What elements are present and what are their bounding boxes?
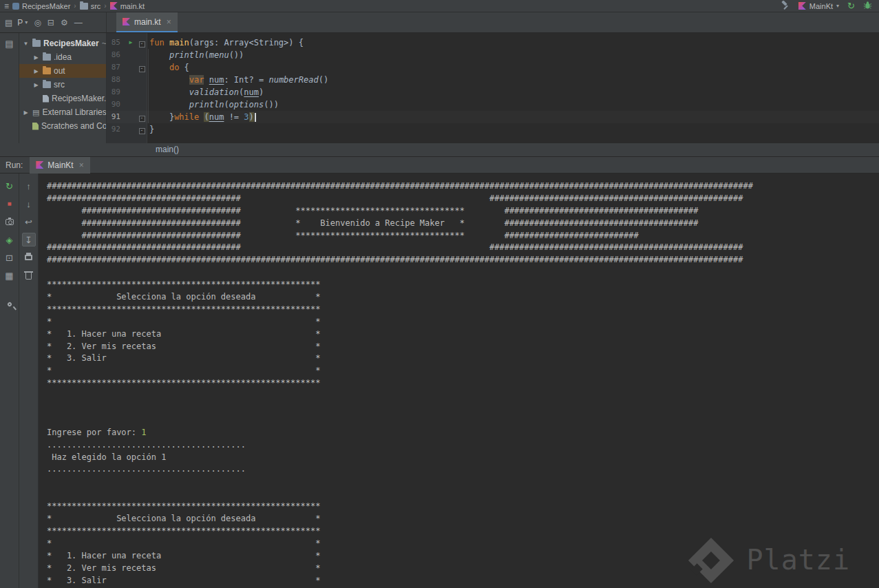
line-number: 92 — [107, 123, 125, 136]
profiler-button[interactable]: ◈ — [3, 233, 17, 246]
menu-icon[interactable]: ≡ — [4, 2, 9, 10]
breadcrumb-file[interactable]: main.kt — [110, 2, 145, 10]
project-panel-icon[interactable]: ▤ — [5, 19, 12, 27]
tree-item-src[interactable]: ▶src — [19, 78, 106, 92]
console-line: ........................................ — [47, 439, 879, 452]
restore-layout-button[interactable]: ⊡ — [3, 251, 17, 264]
close-tab-icon[interactable]: × — [79, 160, 84, 170]
hide-panel-icon[interactable]: — — [74, 19, 83, 27]
console-line: ################################ *******… — [47, 205, 879, 218]
tree-item-recipesmaker-im[interactable]: RecipesMaker.im — [19, 92, 106, 105]
project-tree[interactable]: ▼RecipesMaker ~/Ide▶.idea▶out▶srcRecipes… — [19, 33, 107, 143]
settings-gear-icon[interactable]: ⚙ — [61, 19, 68, 27]
console-line: ################################ * Bienv… — [47, 218, 879, 230]
gutter-spacer — [125, 49, 137, 61]
code-text: do { — [147, 61, 189, 74]
collapse-all-icon[interactable]: ⊟ — [47, 19, 54, 27]
tree-item-label: External Libraries — [42, 107, 106, 117]
console-line — [47, 402, 879, 414]
code-line[interactable]: 89 validation(num) — [107, 86, 879, 98]
run-tab-mainkt[interactable]: MainKt × — [30, 157, 89, 174]
expand-arrow-icon[interactable]: ▶ — [32, 82, 40, 88]
code-text: println(options()) — [147, 98, 279, 111]
editor-tab-bar: main.kt × — [107, 12, 879, 32]
tree-item-out[interactable]: ▶out — [19, 64, 106, 78]
gutter-spacer — [125, 98, 137, 111]
console-line: ****************************************… — [47, 304, 879, 316]
gutter-spacer — [125, 74, 137, 86]
fold-marker[interactable]: - — [137, 61, 147, 74]
pin-tab-button[interactable] — [3, 297, 17, 311]
console-output[interactable]: Platzi #################################… — [39, 174, 879, 588]
tree-item-label: RecipesMaker — [43, 39, 99, 48]
fold-marker[interactable]: - — [137, 36, 147, 49]
layout-grid-button[interactable]: ▦ — [3, 269, 17, 282]
run-panel-header: Run: MainKt × — [0, 157, 879, 174]
console-line — [47, 476, 879, 488]
run-gutter-icon[interactable]: ▶ — [125, 36, 137, 49]
line-number: 86 — [107, 49, 125, 61]
tree-item-label: .idea — [54, 52, 72, 62]
run-config-selector[interactable]: MainKt ▾ — [798, 2, 839, 10]
console-line: ****************************************… — [47, 279, 879, 291]
build-hammer-icon[interactable] — [781, 1, 790, 12]
tree-item-label: out — [54, 66, 65, 76]
expand-arrow-icon[interactable]: ▼ — [22, 41, 30, 47]
breadcrumb-project[interactable]: RecipesMaker — [12, 2, 70, 10]
kotlin-file-icon — [123, 18, 130, 25]
tree-item--idea[interactable]: ▶.idea — [19, 50, 106, 64]
chevron-right-icon: › — [74, 2, 76, 10]
code-line[interactable]: 91- }while (num != 3) — [107, 111, 879, 123]
line-number: 87 — [107, 61, 125, 74]
close-tab-icon[interactable]: × — [167, 17, 171, 27]
console-line: * Selecciona la opción deseada * — [47, 513, 879, 525]
code-line[interactable]: 92-} — [107, 123, 879, 136]
code-line[interactable]: 90 println(options()) — [107, 98, 879, 111]
project-tool-window-button[interactable]: ▤ — [3, 36, 17, 50]
code-lines: 8485▶-fun main(args: Array<String>) {86 … — [107, 33, 879, 136]
code-line[interactable]: 85▶-fun main(args: Array<String>) { — [107, 36, 879, 49]
code-line[interactable]: 87- do { — [107, 61, 879, 74]
breadcrumb-main-function[interactable]: main() — [156, 145, 179, 154]
down-stack-trace-button[interactable]: ↓ — [22, 197, 36, 211]
scroll-to-end-button[interactable]: ↧ — [22, 233, 36, 246]
clear-console-button[interactable] — [22, 269, 36, 282]
code-editor[interactable]: 8485▶-fun main(args: Array<String>) {86 … — [107, 33, 879, 143]
chevron-down-icon: ▾ — [25, 19, 28, 25]
code-text: validation(num) — [147, 86, 264, 98]
rerun-button[interactable]: ↻ — [3, 179, 17, 193]
expand-arrow-icon[interactable]: ▶ — [22, 109, 30, 116]
tree-item-external-libraries[interactable]: ▶▤External Libraries — [19, 105, 106, 119]
run-panel-body: ↻ ■ ◈ ⊡ ▦ ↑ ↓ ↩ ↧ Platzi ########### — [0, 174, 879, 588]
fold-marker[interactable]: - — [137, 123, 147, 136]
code-line[interactable]: 86 println(menu()) — [107, 49, 879, 61]
fold-marker[interactable]: - — [137, 111, 147, 123]
console-gutter-strip: ↑ ↓ ↩ ↧ — [19, 174, 39, 588]
tree-item-recipesmaker[interactable]: ▼RecipesMaker ~/Ide — [19, 36, 106, 50]
console-line — [47, 390, 879, 402]
breadcrumb-src[interactable]: src — [80, 2, 101, 10]
print-button[interactable] — [22, 251, 36, 264]
run-control-strip: ↻ ■ ◈ ⊡ ▦ — [0, 174, 19, 588]
code-text: println(menu()) — [147, 49, 244, 61]
folder-icon — [80, 3, 88, 10]
run-button[interactable]: ↻ — [847, 1, 855, 10]
console-line: ****************************************… — [47, 501, 879, 513]
tree-item-scratches-and-cons[interactable]: Scratches and Cons — [19, 119, 106, 133]
tab-main-kt[interactable]: main.kt × — [116, 12, 178, 32]
run-tab-label: MainKt — [47, 160, 73, 170]
project-view-dropdown[interactable]: P ▾ — [17, 18, 28, 28]
gutter-spacer — [125, 123, 137, 136]
line-number: 89 — [107, 86, 125, 98]
soft-wrap-button[interactable]: ↩ — [22, 215, 36, 229]
stop-button[interactable]: ■ — [3, 197, 17, 211]
debug-bug-icon[interactable] — [863, 1, 872, 11]
expand-arrow-icon[interactable]: ▶ — [32, 54, 40, 61]
up-stack-trace-button[interactable]: ↑ — [22, 179, 36, 193]
console-line: * Selecciona la opción deseada * — [47, 291, 879, 304]
locate-icon[interactable]: ◎ — [34, 19, 41, 27]
code-line[interactable]: 88 var num: Int? = numberRead() — [107, 74, 879, 86]
thread-dump-button[interactable] — [3, 215, 17, 229]
expand-arrow-icon[interactable]: ▶ — [32, 68, 40, 74]
library-icon: ▤ — [32, 108, 39, 117]
